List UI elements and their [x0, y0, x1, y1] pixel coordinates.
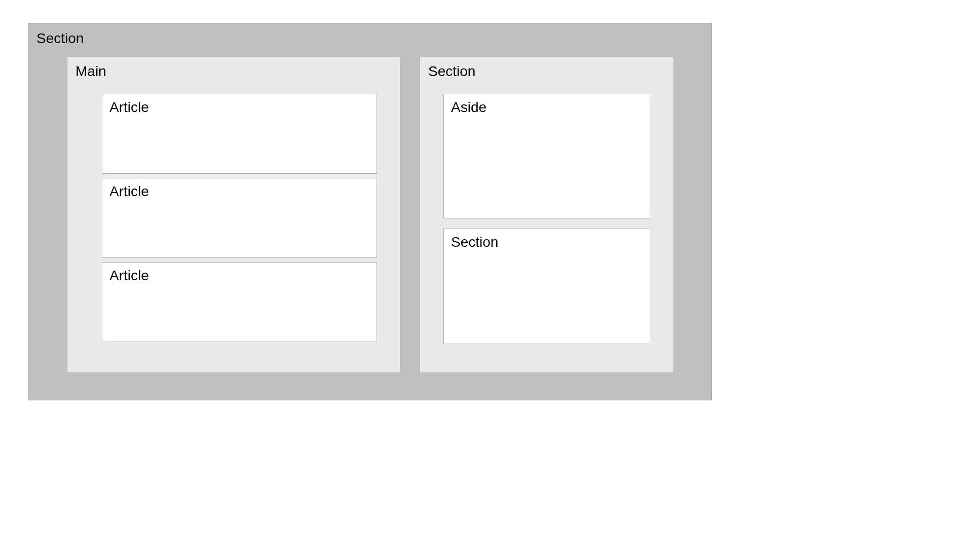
- article-box: Article: [102, 178, 377, 258]
- main-box: Main Article Article Article: [67, 57, 400, 373]
- columns-container: Main Article Article Article Section Asi…: [36, 47, 703, 373]
- inner-section-box: Section: [443, 229, 650, 344]
- main-label: Main: [76, 63, 392, 80]
- outer-section: Section Main Article Article Article Sec…: [28, 23, 712, 400]
- article-label: Article: [109, 183, 369, 200]
- inner-section-label: Section: [451, 234, 643, 250]
- right-section-label: Section: [428, 63, 665, 80]
- aside-box: Aside: [443, 94, 650, 218]
- right-inner: Aside Section: [428, 80, 665, 344]
- aside-label: Aside: [451, 99, 643, 116]
- article-box: Article: [102, 94, 377, 174]
- right-section: Section Aside Section: [420, 57, 674, 373]
- article-label: Article: [109, 99, 369, 116]
- outer-section-label: Section: [36, 30, 703, 47]
- article-label: Article: [109, 268, 369, 284]
- main-inner: Article Article Article: [76, 80, 392, 342]
- article-box: Article: [102, 262, 377, 342]
